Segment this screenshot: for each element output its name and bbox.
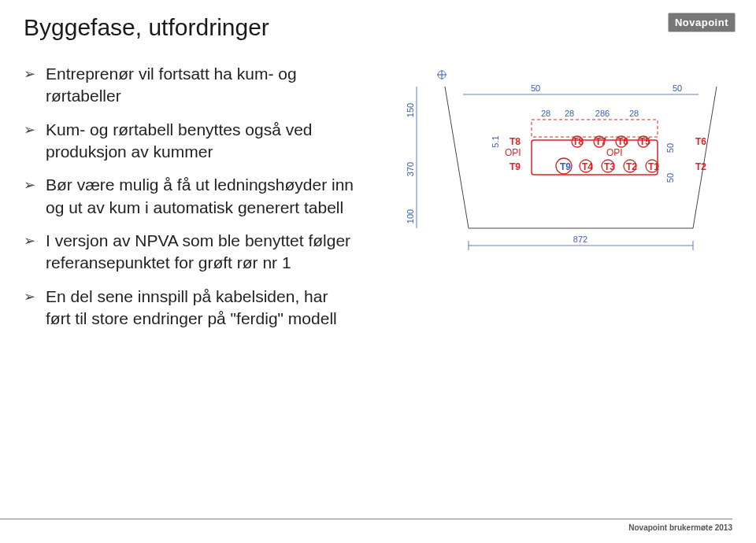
dim-inner: 5.1 [491, 135, 500, 147]
node-label-T8: T8 [510, 136, 521, 147]
trench-outline [445, 87, 717, 228]
dim-mid-a: 28 [541, 109, 550, 118]
opi-label-left: OPI [505, 147, 521, 158]
footer-text: Novapoint brukermøte 2013 [628, 523, 732, 532]
bullet-list: Entreprenør vil fortsatt ha kum- og rørt… [24, 63, 370, 341]
node-label-T6r: T6 [695, 136, 706, 147]
dim-bottom: 872 [573, 235, 587, 244]
dim-mid-c: 286 [595, 109, 610, 118]
dim-left-upper: 150 [406, 103, 415, 117]
node-label-T2r: T2 [695, 161, 706, 172]
page-title: Byggefase, utfordringer [24, 14, 732, 41]
reference-cross-icon [437, 70, 447, 79]
dim-top-left: 50 [531, 83, 540, 93]
list-item: En del sene innspill på kabelsiden, har … [46, 286, 356, 331]
brand-badge: Novapoint [668, 13, 736, 32]
list-item: Bør være mulig å få ut ledningshøyder in… [46, 174, 356, 219]
node-label-T9: T9 [510, 161, 521, 172]
list-item: Kum- og rørtabell benyttes også ved prod… [46, 119, 356, 164]
diagram-svg: 50 50 28 28 286 28 5.1 50 50 OPI OPI [382, 63, 721, 307]
dim-right-upper: 50 [665, 143, 675, 153]
dim-left-lower: 100 [406, 209, 415, 223]
dim-mid-d: 28 [629, 109, 639, 118]
dim-left-mid: 370 [406, 162, 415, 176]
node-label-T9b: T9 [560, 161, 571, 172]
opi-label-right: OPI [606, 147, 623, 158]
cross-section-diagram: 50 50 28 28 286 28 5.1 50 50 OPI OPI [370, 63, 732, 341]
list-item: Entreprenør vil fortsatt ha kum- og rørt… [46, 63, 356, 108]
dim-mid-b: 28 [565, 109, 574, 118]
dim-right-lower: 50 [665, 173, 675, 183]
dim-top-right: 50 [673, 83, 682, 93]
upper-cable-box [532, 120, 658, 137]
list-item: I versjon av NPVA som ble benyttet følge… [46, 230, 356, 275]
node-label-T8b: T8 [573, 136, 584, 147]
